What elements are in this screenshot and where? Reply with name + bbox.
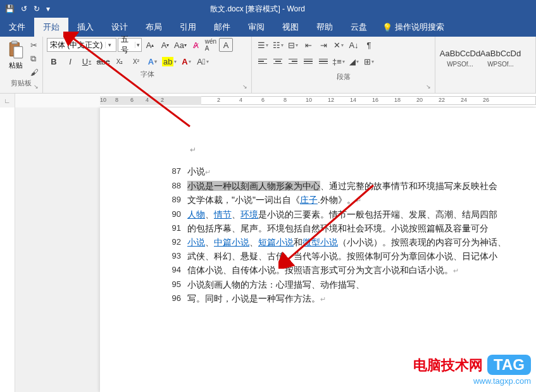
text-run[interactable]: 和 <box>294 237 302 247</box>
font-launcher-icon[interactable]: ↘ <box>242 83 250 91</box>
chevron-down-icon[interactable]: ▾ <box>135 42 141 48</box>
doc-line[interactable]: 92小说、中篇小说、短篇小说和微型小说（小小说）。按照表现的内容可分为神话、 <box>100 235 536 249</box>
cut-icon[interactable]: ✂ <box>30 40 39 50</box>
format-painter-icon[interactable]: 🖌 <box>30 68 39 77</box>
save-icon[interactable]: 💾 <box>5 4 15 13</box>
underline-button[interactable]: U <box>80 54 94 68</box>
doc-line[interactable]: 88小说是一种以刻画人物形象为中心、通过完整的故事情节和环境描写来反映社会 <box>100 179 536 193</box>
char-shading-button[interactable]: A⃝ <box>196 54 209 68</box>
shading-button[interactable]: ◢ <box>347 54 361 68</box>
tab-mailings[interactable]: 邮件 <box>205 18 239 37</box>
undo-icon[interactable]: ↺ <box>21 4 27 13</box>
qat-more-icon[interactable]: ▾ <box>46 4 50 13</box>
shrink-font-button[interactable]: A▾ <box>158 38 172 52</box>
doc-line[interactable]: 94信体小说、自传体小说。按照语言形式可分为文言小说和白话小说。↵ <box>100 263 536 278</box>
tab-home[interactable]: 开始 <box>34 18 68 37</box>
doc-line[interactable]: 87小说↵ <box>100 164 536 179</box>
numbering-button[interactable]: ☷ <box>271 38 285 52</box>
doc-line[interactable]: 95小说刻画人物的方法：心理描写、动作描写、 <box>100 278 536 291</box>
hyperlink[interactable]: 微型小说 <box>302 237 338 247</box>
copy-icon[interactable]: ⧉ <box>30 54 39 64</box>
tab-cloud[interactable]: 云盘 <box>342 18 376 37</box>
text-run[interactable]: 、 <box>205 209 214 219</box>
text-run[interactable]: 、 <box>205 237 214 247</box>
line-spacing-button[interactable]: ‡≡ <box>332 54 346 68</box>
line-text[interactable]: 武侠、科幻、悬疑、古传、当代等小说。按照体制可分为章回体小说、日记体小 <box>187 249 536 263</box>
tab-help[interactable]: 帮助 <box>308 18 342 37</box>
align-distribute-button[interactable] <box>316 54 330 68</box>
hyperlink[interactable]: 庄子 <box>300 195 318 205</box>
font-size-combo[interactable]: 五号 ▾ <box>118 38 142 52</box>
text-run[interactable]: 文学体裁，"小说"一词出自《 <box>187 195 300 205</box>
borders-button[interactable]: ⊞ <box>362 54 376 68</box>
ruler-corner[interactable]: ∟ <box>0 94 15 107</box>
line-text[interactable]: 文学体裁，"小说"一词出自《庄子.外物》。↵ <box>187 193 536 207</box>
clear-format-button[interactable]: A̷ <box>189 38 203 52</box>
line-text[interactable]: 小说、中篇小说、短篇小说和微型小说（小小说）。按照表现的内容可分为神话、 <box>187 235 536 249</box>
align-left-button[interactable] <box>256 54 270 68</box>
text-run[interactable]: 、通过完整的故事情节和环境描写来反映社会 <box>320 181 497 191</box>
hyperlink[interactable]: 情节 <box>214 209 232 219</box>
hyperlink[interactable]: 中篇小说 <box>214 237 249 247</box>
style-item-2[interactable]: AaBbCcDd WPSOf... <box>482 40 519 75</box>
italic-button[interactable]: I <box>63 54 77 68</box>
document-body[interactable]: 87小说↵88小说是一种以刻画人物形象为中心、通过完整的故事情节和环境描写来反映… <box>100 164 536 306</box>
text-effects-button[interactable]: A <box>146 54 159 68</box>
bold-button[interactable]: B <box>47 54 61 68</box>
align-right-button[interactable] <box>286 54 300 68</box>
ruler-vertical[interactable] <box>0 107 15 392</box>
text-run[interactable]: .外物》。 <box>318 195 356 205</box>
text-run[interactable]: 武侠、科幻、悬疑、古传、当代等小说。按照体制可分为章回体小说、日记体小 <box>187 251 497 261</box>
text-run[interactable]: 的包括序幕、尾声。环境包括自然环境和社会环境。小说按照篇幅及容量可分 <box>187 223 489 233</box>
strikethrough-button[interactable]: abc <box>96 54 110 68</box>
paste-button[interactable]: 粘贴 <box>4 38 28 77</box>
line-text[interactable]: 小说↵ <box>187 164 536 179</box>
clipboard-launcher-icon[interactable]: ↘ <box>34 83 41 91</box>
show-marks-button[interactable]: ¶ <box>362 38 376 52</box>
tab-insert[interactable]: 插入 <box>68 18 103 37</box>
doc-line[interactable]: 89文学体裁，"小说"一词出自《庄子.外物》。↵ <box>100 193 536 207</box>
line-text[interactable]: 写。同时，小说是一种写作方法。↵ <box>187 291 536 306</box>
char-border-button[interactable]: A <box>219 38 233 52</box>
doc-line[interactable]: 91的包括序幕、尾声。环境包括自然环境和社会环境。小说按照篇幅及容量可分 <box>100 221 536 235</box>
text-run[interactable]: 小说 <box>187 166 205 176</box>
phonetic-guide-button[interactable]: wénA <box>204 38 218 52</box>
text-run[interactable]: 、 <box>232 209 240 219</box>
tab-file[interactable]: 文件 <box>0 18 34 37</box>
font-name-combo[interactable]: 宋体 (中文正文) ▾ <box>47 38 116 52</box>
text-run[interactable]: 信体小说、自传体小说。按照语言形式可分为文言小说和白话小说。 <box>187 265 453 275</box>
line-text[interactable]: 人物、情节、环境是小说的三要素。情节一般包括开端、发展、高潮、结局四部 <box>187 207 536 221</box>
tab-references[interactable]: 引用 <box>171 18 205 37</box>
line-text[interactable]: 信体小说、自传体小说。按照语言形式可分为文言小说和白话小说。↵ <box>187 263 536 278</box>
hyperlink[interactable]: 短篇小说 <box>258 237 294 247</box>
doc-line[interactable]: 90人物、情节、环境是小说的三要素。情节一般包括开端、发展、高潮、结局四部 <box>100 207 536 221</box>
text-run[interactable]: 小说刻画人物的方法：心理描写、动作描写、 <box>187 279 365 290</box>
hyperlink[interactable]: 人物 <box>187 209 205 219</box>
decrease-indent-button[interactable]: ⇤ <box>301 38 315 52</box>
redo-icon[interactable]: ↻ <box>34 4 40 13</box>
grow-font-button[interactable]: A▴ <box>143 38 157 52</box>
asian-layout-button[interactable]: ✕ <box>332 38 346 52</box>
change-case-button[interactable]: Aa▾ <box>173 38 187 52</box>
chevron-down-icon[interactable]: ▾ <box>105 42 114 48</box>
text-run[interactable]: 、 <box>249 237 258 247</box>
hyperlink[interactable]: 小说 <box>187 237 205 247</box>
sort-button[interactable]: A↓ <box>347 38 361 52</box>
style-item-1[interactable]: AaBbCcDd WPSOf... <box>442 40 478 75</box>
ruler-horizontal[interactable]: 1086422468101214161820222426 <box>100 94 536 107</box>
document-page[interactable]: ↵ 87小说↵88小说是一种以刻画人物形象为中心、通过完整的故事情节和环境描写来… <box>100 107 536 392</box>
selected-text[interactable]: 小说是一种以刻画人物形象为中心 <box>187 181 320 191</box>
text-run[interactable]: （小小说）。按照表现的内容可分为神话、 <box>338 237 506 247</box>
doc-line[interactable]: 96写。同时，小说是一种写作方法。↵ <box>100 291 536 306</box>
align-center-button[interactable] <box>271 54 285 68</box>
subscript-button[interactable]: X₂ <box>113 54 127 68</box>
font-color-button[interactable]: A <box>179 54 193 68</box>
line-text[interactable]: 的包括序幕、尾声。环境包括自然环境和社会环境。小说按照篇幅及容量可分 <box>187 221 536 235</box>
tab-layout[interactable]: 布局 <box>137 18 171 37</box>
highlight-button[interactable]: ab <box>162 54 177 68</box>
bullets-button[interactable]: ☰ <box>256 38 270 52</box>
increase-indent-button[interactable]: ⇥ <box>316 38 330 52</box>
tell-me-search[interactable]: 💡 操作说明搜索 <box>376 18 451 37</box>
text-run[interactable]: 是小说的三要素。情节一般包括开端、发展、高潮、结局四部 <box>258 209 497 219</box>
tab-review[interactable]: 审阅 <box>239 18 273 37</box>
